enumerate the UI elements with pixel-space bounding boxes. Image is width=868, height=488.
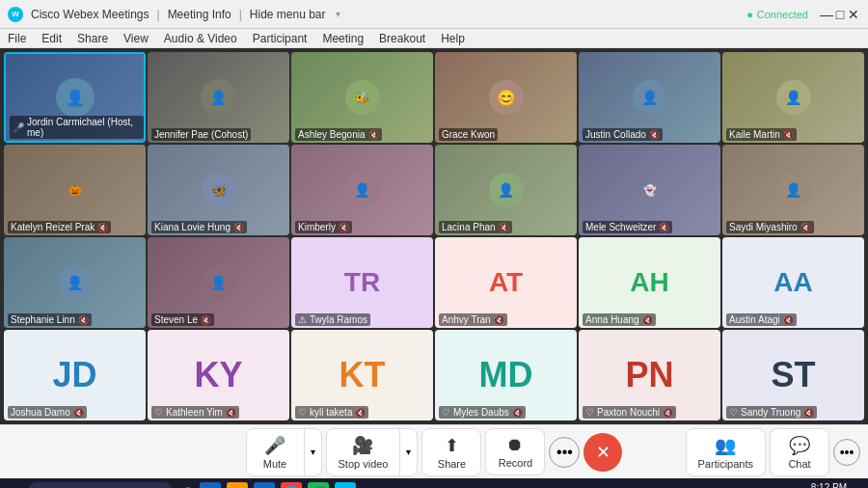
video-cell-anna: AH Anna Huang 🔇 (579, 237, 720, 328)
menu-file[interactable]: File (8, 32, 26, 45)
avatar-initials-md: MD (479, 355, 533, 395)
video-cell-anhvy: AT Anhvy Tran 🔇 (435, 237, 577, 328)
video-cell-kyli: KT ♡ kyli taketa 🔇 (291, 330, 433, 420)
hide-menu-bar-link[interactable]: Hide menu bar (250, 8, 326, 21)
muted-icon-kiana: 🔇 (233, 223, 244, 232)
chat-group: 💬 Chat (770, 428, 829, 476)
participant-name-kaile: Kaile Martin 🔇 (726, 128, 797, 141)
toolbar: 🎤 Mute ▾ 🎥 Stop video ▾ ⬆ Share ⏺ Record… (0, 424, 868, 478)
avatar-initials-ky: KY (194, 355, 242, 395)
participant-name-austin: Austin Atagi 🔇 (726, 313, 797, 326)
video-cell-stephanie: 👤 Stephanie Linn 🔇 (4, 237, 146, 328)
stop-video-group: 🎥 Stop video ▾ (326, 428, 419, 476)
video-grid: 👤 🎤 Jordin Carmichael (Host, me) 👤 Jenni… (0, 48, 868, 424)
share-icon: ⬆ (445, 435, 459, 456)
taskbar-spotify-icon[interactable]: 🎵 (308, 482, 329, 488)
muted-icon-kathleen: 🔇 (226, 408, 236, 418)
participant-name-myles: ♡ Myles Daubs 🔇 (439, 406, 526, 419)
menu-share[interactable]: Share (77, 32, 108, 45)
participants-button[interactable]: 👥 Participants (687, 429, 765, 475)
participants-icon: 👥 (715, 435, 736, 456)
video-cell-twyla: TR ⚠ Twyla Ramos (291, 237, 433, 328)
chat-button[interactable]: 💬 Chat (771, 429, 828, 475)
avatar-initials-kt: KT (339, 355, 386, 395)
record-button[interactable]: ⏺ Record (486, 429, 544, 474)
app-name: Cisco Webex Meetings (31, 8, 149, 21)
taskbar-chrome-icon[interactable]: 🌐 (281, 482, 302, 488)
menu-breakout[interactable]: Breakout (379, 32, 425, 45)
participant-name-saydi: Saydi Miyashiro 🔇 (726, 221, 814, 233)
muted-icon-mele: 🔇 (659, 223, 669, 232)
menu-meeting[interactable]: Meeting (322, 32, 364, 45)
start-menu-button[interactable]: ⊞ (4, 484, 24, 489)
more-button[interactable]: ••• (549, 437, 580, 468)
taskbar-right: 🌐 ⬆⬇ 🔊 8:12 PM 10/12/2020 💬 (743, 482, 864, 488)
record-icon: ⏺ (506, 435, 524, 455)
video-cell-justin: 👤 Justin Collado 🔇 (579, 52, 720, 143)
connected-status: ● Connected (746, 9, 808, 20)
taskbar-folder-icon[interactable]: 📁 (227, 482, 248, 488)
menu-view[interactable]: View (123, 32, 149, 45)
participant-name-ashley: Ashley Begonia 🔇 (295, 128, 382, 141)
muted-icon-kaile: 🔇 (783, 130, 794, 140)
participant-name-paxton: ♡ Paxton Nouchi 🔇 (583, 406, 676, 419)
close-button[interactable]: ✕ (847, 8, 860, 21)
video-cell-mele: 👻 Mele Schweitzer 🔇 (579, 145, 720, 235)
participant-name-mele: Mele Schweitzer 🔇 (583, 221, 672, 233)
video-cell-kimberly: 👤 Kimberly 🔇 (291, 145, 433, 235)
participant-name-anhvy: Anhvy Tran 🔇 (439, 313, 507, 326)
avatar-initials-st: ST (771, 355, 815, 395)
menu-audio-video[interactable]: Audio & Video (164, 32, 237, 45)
more-right-button[interactable]: ••• (833, 439, 860, 466)
participant-name-grace: Grace Kwon (439, 128, 498, 141)
avatar-initials-jd: JD (52, 355, 96, 395)
muted-icon-paxton: 🔇 (663, 408, 673, 418)
taskbar-webex-icon[interactable]: W (335, 482, 356, 488)
muted-icon-austin: 🔇 (783, 315, 794, 325)
video-cell-sandy: ST ♡ Sandy Truong 🔇 (722, 330, 864, 420)
stop-video-button[interactable]: 🎥 Stop video (327, 429, 401, 475)
participant-name-joshua: Joshua Damo 🔇 (8, 406, 87, 419)
menu-participant[interactable]: Participant (253, 32, 308, 45)
menu-edit[interactable]: Edit (41, 32, 62, 45)
end-call-button[interactable]: ✕ (583, 433, 622, 472)
chat-icon: 💬 (789, 435, 810, 456)
stop-video-chevron[interactable]: ▾ (400, 441, 417, 463)
chevron-down-icon: ▾ (336, 9, 340, 19)
muted-icon: 🔇 (368, 130, 379, 140)
video-icon: 🎥 (352, 435, 373, 456)
participant-name-jordin: 🎤 Jordin Carmichael (Host, me) (10, 116, 144, 139)
title-bar: W Cisco Webex Meetings | Meeting Info | … (0, 0, 868, 29)
video-cell-joshua: JD Joshua Damo 🔇 (4, 330, 146, 420)
muted-icon-saydi: 🔇 (800, 223, 811, 232)
avatar-initials-pn: PN (625, 355, 673, 395)
muted-icon-lacina: 🔇 (499, 223, 509, 232)
muted-icon-anhvy: 🔇 (494, 315, 504, 325)
muted-icon-joshua: 🔇 (73, 408, 84, 418)
avatar-initials-ah: AH (630, 267, 668, 298)
participants-group: 👥 Participants (686, 428, 766, 476)
taskbar: ⊞ 🎤 e 📁 IE 🌐 🎵 W 🌐 ⬆⬇ 🔊 8:12 PM 10/12/20… (0, 478, 868, 488)
mute-group: 🎤 Mute ▾ (246, 428, 322, 476)
video-cell-kiana: 🦋 Kiana Lovie Hung 🔇 (148, 145, 289, 235)
taskbar-search[interactable] (28, 482, 173, 488)
maximize-button[interactable]: □ (833, 8, 847, 21)
video-cell-katelyn: 🎃 Katelyn Reizel Prak 🔇 (4, 145, 146, 235)
share-button[interactable]: ⬆ Share (422, 429, 480, 475)
meeting-info-link[interactable]: Meeting Info (168, 8, 231, 21)
mute-button[interactable]: 🎤 Mute (247, 429, 305, 475)
taskbar-edge-icon[interactable]: e (200, 482, 221, 488)
taskbar-time: 8:12 PM (799, 482, 847, 488)
muted-icon-myles: 🔇 (512, 408, 523, 418)
menu-help[interactable]: Help (441, 32, 465, 45)
taskbar-clock: 8:12 PM 10/12/2020 (799, 482, 847, 488)
taskbar-icons: e 📁 IE 🌐 🎵 W (200, 482, 356, 488)
video-cell-saydi: 👤 Saydi Miyashiro 🔇 (722, 145, 864, 235)
participant-name-twyla: ⚠ Twyla Ramos (295, 313, 370, 326)
minimize-button[interactable]: — (820, 8, 833, 21)
participant-name-kimberly: Kimberly 🔇 (295, 221, 352, 233)
mute-chevron[interactable]: ▾ (305, 441, 321, 463)
taskbar-ie-icon[interactable]: IE (254, 482, 275, 488)
video-cell-austin: AA Austin Atagi 🔇 (722, 237, 864, 328)
participant-name-kiana: Kiana Lovie Hung 🔇 (151, 221, 247, 233)
